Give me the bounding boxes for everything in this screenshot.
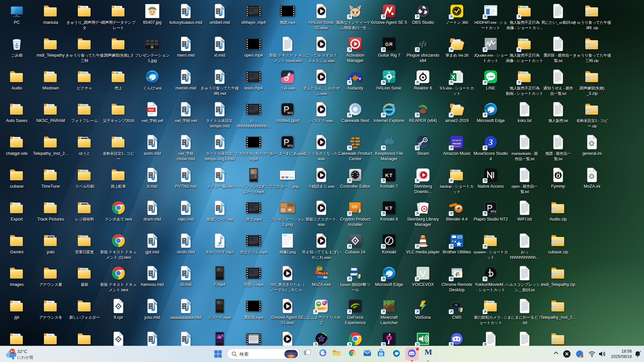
svg-text:z: z xyxy=(640,350,641,352)
svg-text:9+: 9+ xyxy=(11,350,14,353)
